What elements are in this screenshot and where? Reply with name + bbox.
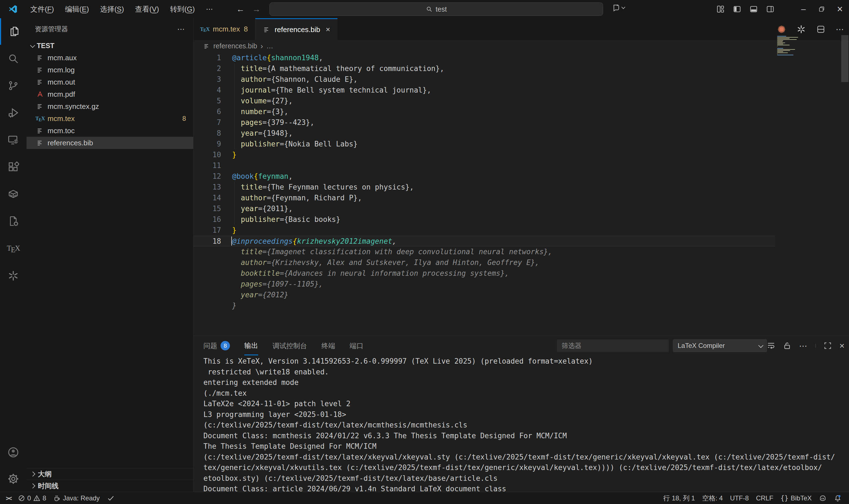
settings-gear-icon[interactable] [0, 466, 26, 492]
indentation[interactable]: 空格: 4 [699, 492, 726, 504]
remote-explorer-icon[interactable] [0, 127, 26, 153]
forward-button[interactable]: → [252, 4, 260, 14]
code-line-13: 13 title={The Feynman lectures on physic… [194, 182, 849, 193]
container-tools-icon[interactable] [0, 181, 26, 207]
menu-edit[interactable]: 编辑(E) [59, 3, 94, 15]
chatgpt-icon[interactable] [796, 24, 806, 34]
chatgpt-icon[interactable] [0, 263, 26, 289]
command-center-search[interactable]: test [269, 2, 603, 16]
file-row-mcm-pdf[interactable]: mcm.pdf [26, 88, 193, 100]
menu-bar: 文件(F) 编辑(E) 选择(S) 查看(V) 转到(G) ⋯ [25, 3, 219, 15]
file-row-mcm-synctex-gz[interactable]: mcm.synctex.gz [26, 100, 193, 112]
notifications-bell[interactable] [830, 492, 845, 504]
java-status[interactable]: Java: Ready [50, 492, 103, 504]
output-filter-input[interactable] [557, 339, 669, 352]
close-window-button[interactable]: × [831, 0, 849, 18]
file-row-mcm-out[interactable]: mcm.out [26, 76, 193, 88]
panel-tab-ports[interactable]: 端口 [349, 336, 363, 355]
pdf-icon [36, 91, 44, 98]
outline-section[interactable]: 大纲 [26, 468, 193, 480]
timeline-section[interactable]: 时间线 [26, 480, 193, 492]
breadcrumb[interactable]: references.bib › … [203, 40, 273, 52]
panel-tab-output[interactable]: 输出 [244, 336, 258, 355]
word-wrap-icon[interactable] [767, 342, 775, 350]
restore-button[interactable] [813, 0, 831, 18]
copilot-chat-button[interactable] [612, 3, 624, 12]
coffee-icon [53, 494, 60, 502]
maximize-panel-icon[interactable] [824, 342, 832, 349]
file-row-references-bib[interactable]: references.bib [26, 137, 193, 149]
minimize-button[interactable]: – [794, 0, 813, 18]
cpp-tools-icon[interactable] [0, 208, 26, 234]
file-row-mcm-toc[interactable]: mcm.toc [26, 125, 193, 137]
cursor-position[interactable]: 行 18, 列 1 [660, 492, 699, 504]
vscode-logo [8, 4, 18, 14]
bottom-panel: 问题 8 输出 调试控制台 终端 端口 LaTeX Compiler ⋯ | ×… [194, 336, 849, 492]
language-status-check[interactable] [103, 492, 118, 504]
toggle-panel-icon[interactable] [749, 5, 758, 13]
output-channel-select[interactable]: LaTeX Compiler [673, 339, 767, 352]
menu-goto[interactable]: 转到(G) [164, 3, 200, 15]
back-button[interactable]: ← [236, 4, 245, 14]
tab-references-bib[interactable]: references.bib × [255, 18, 338, 40]
chevron-down-icon [758, 343, 763, 348]
menu-file[interactable]: 文件(F) [25, 3, 59, 15]
unlock-icon[interactable] [783, 342, 791, 350]
code-line-6: 6 number={3}, [194, 106, 849, 117]
search-view-icon[interactable] [0, 45, 26, 72]
panel-tab-terminal[interactable]: 终端 [321, 336, 335, 355]
output-line: LaTeX2e <2024-11-01> patch level 2 [203, 398, 845, 409]
panel-more-actions[interactable]: ⋯ [799, 341, 807, 350]
eol-sequence[interactable]: CRLF [752, 492, 777, 504]
close-panel-icon[interactable]: × [839, 341, 845, 351]
toggle-secondary-sidebar-icon[interactable] [766, 5, 774, 13]
tab-mcm-tex[interactable]: TEX mcm.tex 8 [194, 18, 255, 40]
toggle-sidebar-icon[interactable] [733, 5, 741, 13]
sidebar-more-actions[interactable]: ⋯ [177, 24, 185, 34]
remote-indicator[interactable]: >< [2, 492, 14, 504]
editor-more-actions[interactable]: ⋯ [836, 24, 844, 34]
editor-scrollbar[interactable] [841, 35, 848, 82]
output-line: The Thesis Template Designed For MCM/ICM [203, 441, 845, 452]
text-cursor [231, 236, 232, 246]
menu-selection[interactable]: 选择(S) [94, 3, 130, 15]
file-icon [36, 78, 44, 86]
folder-test-header[interactable]: TEST [26, 40, 193, 52]
minimap[interactable] [777, 36, 841, 56]
customize-layout-icon[interactable] [716, 5, 725, 13]
output-log[interactable]: This is XeTeX, Version 3.141592653-2.6-0… [203, 356, 845, 494]
source-control-icon[interactable] [0, 72, 26, 99]
copilot-status[interactable] [815, 492, 830, 504]
file-row-mcm-tex[interactable]: TEXmcm.tex8 [26, 112, 193, 125]
code-line-9: 9 publisher={Nokia Bell Labs} [194, 139, 849, 149]
claude-icon[interactable] [777, 25, 786, 34]
check-icon [107, 494, 115, 502]
latex-workshop-icon[interactable]: TEX [0, 235, 26, 262]
problems-status[interactable]: 0 8 [14, 492, 50, 504]
menu-more[interactable]: ⋯ [200, 3, 219, 15]
ghost-code-line: title={Imagenet classification with deep… [194, 247, 849, 257]
ghost-code-line: booktitle={Advances in neural informatio… [194, 268, 849, 279]
split-editor-icon[interactable] [816, 25, 825, 34]
extensions-icon[interactable] [0, 154, 26, 180]
code-line-8: 8 year={1948}, [194, 128, 849, 139]
menu-view[interactable]: 查看(V) [130, 3, 165, 15]
panel-tab-problems[interactable]: 问题 8 [203, 336, 230, 355]
language-mode[interactable]: {}BibTeX [777, 492, 815, 504]
code-editor[interactable]: 1@article{shannon1948,2 title={A mathema… [194, 52, 849, 336]
file-row-mcm-aux[interactable]: mcm.aux [26, 52, 193, 64]
bell-icon [834, 494, 842, 502]
sidebar-title: 资源管理器 [35, 24, 68, 33]
account-icon[interactable] [0, 439, 26, 466]
indent-guide [234, 182, 235, 225]
encoding[interactable]: UTF-8 [726, 492, 752, 504]
file-icon [36, 66, 44, 73]
editor-group: TEX mcm.tex 8 references.bib × ⋯ referen… [194, 18, 849, 336]
explorer-icon[interactable] [0, 18, 28, 45]
close-tab-icon[interactable]: × [326, 25, 330, 34]
file-row-mcm-log[interactable]: mcm.log [26, 64, 193, 76]
tab-strip: TEX mcm.tex 8 references.bib × ⋯ [194, 18, 849, 40]
indent-guide [234, 63, 235, 149]
run-debug-icon[interactable] [0, 100, 26, 126]
panel-tab-debug-console[interactable]: 调试控制台 [272, 336, 307, 355]
